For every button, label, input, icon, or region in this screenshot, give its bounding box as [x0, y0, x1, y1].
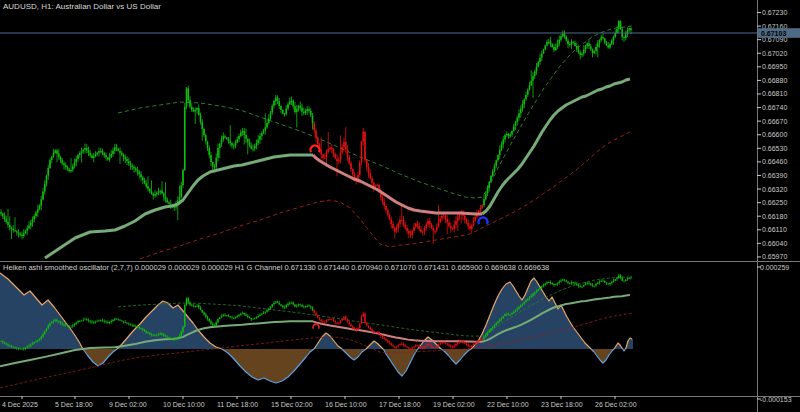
price-axis[interactable]: 0.672300.671600.670900.670200.669500.668…: [757, 9, 800, 403]
svg-text:0.66950: 0.66950: [762, 63, 787, 70]
svg-text:0.67230: 0.67230: [762, 9, 787, 16]
svg-text:0.66320: 0.66320: [762, 186, 787, 193]
svg-text:16 Dec 10:00: 16 Dec 10:00: [325, 401, 367, 408]
time-axis[interactable]: 4 Dec 20255 Dec 18:009 Dec 02:0010 Dec 1…: [2, 396, 637, 408]
svg-text:0.66390: 0.66390: [762, 172, 787, 179]
svg-text:11 Dec 18:00: 11 Dec 18:00: [217, 401, 258, 408]
svg-text:0.66530: 0.66530: [762, 145, 787, 152]
svg-text:0.66880: 0.66880: [762, 77, 787, 84]
svg-text:0.000259: 0.000259: [760, 264, 789, 271]
svg-text:0.66670: 0.66670: [762, 118, 787, 125]
svg-text:0.66810: 0.66810: [762, 90, 787, 97]
svg-text:9 Dec 02:00: 9 Dec 02:00: [109, 401, 147, 408]
svg-text:0.67103: 0.67103: [761, 30, 786, 37]
svg-text:22 Dec 10:00: 22 Dec 10:00: [487, 401, 529, 408]
chart-symbol-title: AUDUSD, H1: Australian Dollar vs US Doll…: [3, 2, 161, 11]
main-chart-panel[interactable]: [0, 20, 757, 259]
chart-svg: 0.672300.671600.670900.670200.669500.668…: [0, 0, 800, 412]
svg-text:0.66600: 0.66600: [762, 131, 787, 138]
svg-text:0.66740: 0.66740: [762, 104, 787, 111]
svg-text:0.66250: 0.66250: [762, 199, 787, 206]
indicator-panel[interactable]: [0, 273, 632, 388]
svg-text:19 Dec 02:00: 19 Dec 02:00: [433, 401, 475, 408]
svg-text:17 Dec 18:00: 17 Dec 18:00: [379, 401, 421, 408]
svg-text:-0.000153: -0.000153: [760, 396, 792, 403]
indicator-title: Heiken ashi smoothed oscillator (2,7,7) …: [3, 263, 549, 272]
svg-text:10 Dec 10:00: 10 Dec 10:00: [163, 401, 205, 408]
trading-terminal-chart-window: 0.672300.671600.670900.670200.669500.668…: [0, 0, 800, 412]
svg-text:0.66110: 0.66110: [762, 226, 787, 233]
svg-text:4 Dec 2025: 4 Dec 2025: [2, 401, 38, 408]
svg-text:0.66180: 0.66180: [762, 213, 787, 220]
svg-text:0.66040: 0.66040: [762, 240, 787, 247]
svg-text:0.66460: 0.66460: [762, 158, 787, 165]
buy-signal-marker: [478, 217, 487, 224]
sell-signal-marker: [310, 145, 319, 152]
svg-text:5 Dec 18:00: 5 Dec 18:00: [55, 401, 93, 408]
svg-text:15 Dec 02:00: 15 Dec 02:00: [271, 401, 313, 408]
svg-text:23 Dec 18:00: 23 Dec 18:00: [541, 401, 583, 408]
svg-text:0.67020: 0.67020: [762, 50, 787, 57]
svg-text:0.65970: 0.65970: [762, 253, 787, 260]
svg-text:26 Dec 02:00: 26 Dec 02:00: [595, 401, 637, 408]
